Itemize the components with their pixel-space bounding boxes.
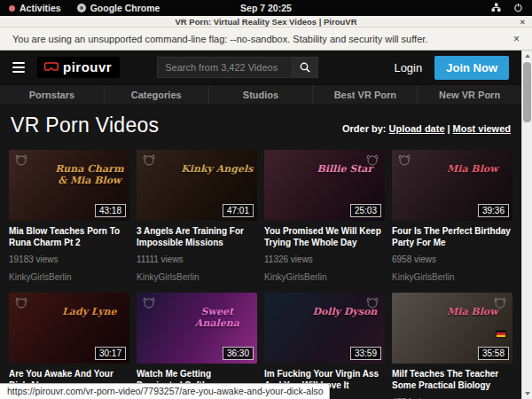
video-thumbnail[interactable]: Sweet Analena 36:30	[137, 293, 257, 364]
status-url-bubble: https://pirouvr.com/vr-porn-video/779325…	[0, 383, 330, 399]
thumbnail-overlay-text: Lady Lyne	[52, 307, 127, 318]
view-count: 11326 views	[264, 254, 385, 264]
scroll-down-icon[interactable]	[522, 388, 532, 399]
studio-mask-watermark-icon	[142, 153, 156, 169]
nav-item-pornstars[interactable]: Pornstars	[0, 85, 104, 104]
scrollbar-thumb[interactable]	[523, 62, 531, 122]
video-title[interactable]: You Promised We Will Keep Trying The Who…	[264, 226, 385, 248]
duration-badge: 33:59	[350, 347, 381, 360]
scroll-up-icon[interactable]	[522, 51, 532, 61]
video-thumbnail[interactable]: Kinky Angels 47:01	[137, 150, 257, 221]
warning-text: You are using an unsupported command-lin…	[12, 34, 427, 44]
video-card: Mia Blow 35:58 Milf Teaches The Teacher …	[392, 293, 512, 399]
video-thumbnail[interactable]: Billie Star 25:03	[264, 150, 385, 221]
video-card: Mia Blow 39:36 Four Is The Perfect Birth…	[392, 150, 512, 282]
nav-item-best-vr-porn[interactable]: Best VR Porn	[312, 85, 417, 104]
order-by-label: Order by:	[342, 123, 387, 134]
video-grid: Runa Charm & Mia Blow 43:18 Mia Blow Tea…	[0, 143, 521, 399]
studio-link[interactable]: KinkyGirlsBerlin	[137, 272, 257, 282]
browser-viewport: pirouvr Login Join Now Pornstars Categor…	[0, 51, 521, 399]
duration-badge: 47:01	[223, 204, 254, 217]
network-icon[interactable]	[491, 3, 501, 14]
thumbnail-overlay-text: Sweet Analena	[180, 307, 254, 329]
video-title[interactable]: Milf Teaches The Teacher Some Practical …	[392, 369, 512, 391]
sandbox-warning-bar: You are using an unsupported command-lin…	[0, 27, 532, 51]
login-button[interactable]: Login	[394, 61, 422, 74]
video-thumbnail[interactable]: Lady Lyne 30:17	[9, 293, 129, 364]
studio-link[interactable]: KinkyGirlsBerlin	[9, 272, 129, 282]
video-thumbnail[interactable]: Runa Charm & Mia Blow 43:18	[9, 150, 129, 221]
order-separator: |	[448, 123, 450, 134]
video-thumbnail[interactable]: Dolly Dyson 33:59	[264, 293, 385, 364]
studio-mask-watermark-icon	[142, 296, 156, 312]
running-app-indicator[interactable]: Google Chrome	[77, 3, 160, 13]
activities-label: Activities	[20, 3, 61, 13]
thumbnail-overlay-text: Kinky Angels	[180, 164, 254, 176]
chrome-icon	[77, 4, 86, 12]
video-title[interactable]: Mia Blow Teaches Porn To Runa Charm Pt 2	[9, 226, 129, 248]
thumbnail-overlay-text: Runa Charm & Mia Blow	[52, 164, 127, 186]
tab-close-icon[interactable]: ×	[520, 16, 525, 27]
duration-badge: 30:17	[95, 347, 126, 360]
vr-goggles-icon	[43, 62, 59, 72]
duration-badge: 39:36	[478, 204, 509, 217]
search-input[interactable]	[157, 57, 292, 78]
browser-title-bar: VR Porn: Virtual Reality Sex Videos | Pi…	[0, 16, 532, 27]
app-label: Google Chrome	[90, 3, 160, 13]
studio-mask-watermark-icon	[365, 296, 379, 312]
notification-dot-icon	[9, 5, 15, 12]
view-count: 19183 views	[9, 254, 129, 264]
search-bar	[157, 57, 318, 78]
duration-badge: 43:18	[95, 204, 126, 217]
logo-text: pirouvr	[63, 59, 112, 74]
tab-title: VR Porn: Virtual Reality Sex Videos | Pi…	[175, 17, 356, 27]
nav-item-categories[interactable]: Categories	[104, 85, 208, 104]
studio-mask-watermark-icon	[397, 153, 411, 169]
activities-button[interactable]: Activities	[9, 3, 61, 13]
screen: Activities Google Chrome Sep 7 20:25 VR …	[0, 0, 532, 399]
video-thumbnail[interactable]: Mia Blow 39:36	[392, 150, 512, 221]
scrollbar[interactable]	[521, 51, 532, 399]
studio-mask-watermark-icon	[14, 296, 28, 312]
studio-mask-watermark-icon	[493, 296, 507, 312]
studio-mask-watermark-icon	[14, 153, 28, 169]
nav-item-studios[interactable]: Studios	[208, 85, 313, 104]
page-title: VR Porn Videos	[11, 113, 159, 137]
thumbnail-overlay-text: Mia Blow	[435, 164, 510, 176]
site-logo[interactable]: pirouvr	[37, 57, 120, 78]
studio-link[interactable]: KinkyGirlsBerlin	[392, 272, 512, 282]
page-heading-row: VR Porn Videos Order by: Upload date|Mos…	[0, 104, 521, 143]
power-icon[interactable]	[513, 3, 523, 14]
duration-badge: 36:30	[223, 347, 254, 360]
warning-close-icon[interactable]: ×	[513, 33, 520, 45]
order-upload-date-link[interactable]: Upload date	[389, 123, 445, 134]
order-by: Order by: Upload date|Most viewed	[342, 123, 511, 134]
main-nav: Pornstars Categories Studios Best VR Por…	[0, 84, 521, 104]
video-card: Runa Charm & Mia Blow 43:18 Mia Blow Tea…	[9, 150, 129, 282]
studio-mask-watermark-icon	[365, 153, 379, 169]
join-now-button[interactable]: Join Now	[434, 56, 509, 80]
order-most-viewed-link[interactable]: Most viewed	[453, 123, 511, 134]
view-count: 11111 views	[137, 254, 257, 264]
view-count: 6958 views	[392, 254, 512, 264]
search-button[interactable]	[292, 57, 318, 78]
studio-link[interactable]: KinkyGirlsBerlin	[264, 272, 385, 282]
video-card: Billie Star 25:03 You Promised We Will K…	[264, 150, 385, 282]
site-header: pirouvr Login Join Now	[0, 51, 521, 84]
video-title[interactable]: Four Is The Perfect Birthday Party For M…	[392, 226, 512, 248]
video-thumbnail[interactable]: Mia Blow 35:58	[392, 293, 512, 364]
nav-item-new-vr-porn[interactable]: New VR Porn	[417, 85, 521, 104]
hamburger-menu-icon[interactable]	[12, 62, 25, 73]
search-icon	[300, 62, 310, 73]
system-bar: Activities Google Chrome Sep 7 20:25	[0, 0, 532, 16]
video-card: Kinky Angels 47:01 3 Angels Are Training…	[137, 150, 257, 282]
video-title[interactable]: 3 Angels Are Training For Impossible Mis…	[137, 226, 257, 248]
duration-badge: 35:58	[478, 347, 509, 360]
duration-badge: 25:03	[350, 204, 381, 217]
german-flag-icon	[496, 330, 506, 338]
